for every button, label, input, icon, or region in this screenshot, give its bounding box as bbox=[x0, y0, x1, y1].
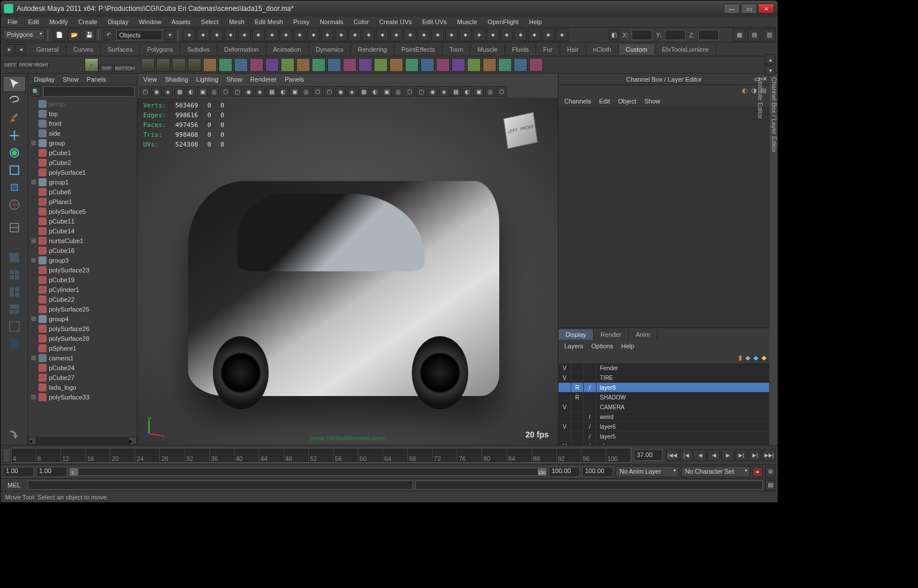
outliner-item[interactable]: pCube14 bbox=[28, 226, 137, 236]
manip-tool[interactable] bbox=[3, 179, 26, 195]
outliner-item[interactable]: pCube1 bbox=[28, 148, 137, 157]
shelf-tool-15-icon[interactable] bbox=[436, 58, 450, 72]
expand-icon[interactable]: ⊞ bbox=[30, 139, 36, 147]
outliner-item[interactable]: pCylinder1 bbox=[28, 285, 137, 294]
outliner-item[interactable]: front bbox=[28, 118, 137, 128]
shelf-tab-polygons[interactable]: Polygons bbox=[140, 44, 180, 55]
outliner-item[interactable]: pCube19 bbox=[28, 275, 137, 285]
outliner-item[interactable]: pCube2 bbox=[28, 157, 137, 167]
vp-tool-7-icon[interactable]: ⬡ bbox=[220, 86, 231, 97]
z-field[interactable] bbox=[698, 30, 719, 40]
shelf-ft-icon[interactable] bbox=[172, 58, 186, 72]
outliner-item[interactable]: polySurface23 bbox=[28, 265, 137, 275]
vp-menu-panels[interactable]: Panels bbox=[281, 75, 308, 84]
last-tool[interactable] bbox=[3, 220, 26, 236]
layer-row[interactable]: R/layer8 bbox=[559, 383, 770, 393]
vp-tool-30-icon[interactable]: ◎ bbox=[485, 86, 495, 97]
vp-tool-9-icon[interactable]: ◉ bbox=[243, 86, 254, 97]
vp-tool-25-icon[interactable]: ◉ bbox=[427, 86, 438, 97]
shelf-bottom-button[interactable]: BOTTOM bbox=[114, 65, 133, 72]
shelf-right-button[interactable]: RIGHT bbox=[34, 62, 49, 68]
shelf-tab-deformation[interactable]: Deformation bbox=[217, 44, 266, 55]
shelf-des-icon[interactable] bbox=[141, 58, 155, 72]
shelf-tab-ncloth[interactable]: nCloth bbox=[586, 44, 619, 55]
shelf-tool-4-icon[interactable] bbox=[265, 58, 279, 72]
sel-comp-icon[interactable]: ◆ bbox=[211, 29, 223, 41]
shelf-top-button[interactable]: TOP bbox=[100, 65, 113, 72]
grid-a-icon[interactable]: ◆ bbox=[459, 29, 472, 41]
shelf-tab-surfaces[interactable]: Surfaces bbox=[101, 44, 140, 55]
vp-tool-19-icon[interactable]: ▦ bbox=[358, 86, 369, 97]
shelf-tab-general[interactable]: General bbox=[29, 44, 66, 55]
cam-a-icon[interactable]: ◆ bbox=[514, 29, 527, 41]
menu-assets[interactable]: Assets bbox=[167, 17, 195, 26]
lasso-tool[interactable] bbox=[3, 93, 26, 109]
select-menu-icon[interactable]: ▾ bbox=[165, 30, 175, 40]
snap-plane-icon[interactable]: ◆ bbox=[266, 29, 278, 41]
vp-tool-21-icon[interactable]: ▣ bbox=[381, 86, 392, 97]
layer-name-cell[interactable]: TIRE bbox=[596, 373, 770, 382]
history-icon[interactable]: ◆ bbox=[293, 29, 306, 41]
menu-createuvs[interactable]: Create UVs bbox=[374, 17, 416, 26]
sel-hier-icon[interactable]: ◆ bbox=[183, 29, 196, 41]
outliner-search-field[interactable] bbox=[43, 86, 135, 97]
outliner-item[interactable]: polySurface26 bbox=[28, 324, 137, 333]
vp-tool-31-icon[interactable]: ⬡ bbox=[496, 86, 507, 97]
shelf-tab-hair[interactable]: Hair bbox=[560, 44, 586, 55]
shelf-his-icon[interactable] bbox=[156, 58, 170, 72]
vp-menu-lighting[interactable]: Lighting bbox=[193, 75, 222, 84]
menu-color[interactable]: Color bbox=[349, 17, 373, 26]
snap-grid-icon[interactable]: ◆ bbox=[224, 29, 237, 41]
expand-icon[interactable]: ⊞ bbox=[30, 178, 36, 186]
select-tool[interactable] bbox=[3, 76, 26, 92]
shelf-tab-curves[interactable]: Curves bbox=[66, 44, 101, 55]
shelf-tool-13-icon[interactable] bbox=[405, 58, 419, 72]
layers-menu-options[interactable]: Options bbox=[588, 341, 617, 351]
outliner-item[interactable]: polySurface5 bbox=[28, 206, 137, 216]
layer-row[interactable]: V/layer6 bbox=[559, 422, 770, 432]
layer-name-cell[interactable]: layer8 bbox=[596, 383, 770, 392]
shelf-tool-18-icon[interactable] bbox=[483, 58, 496, 72]
outliner-menu-panels[interactable]: Panels bbox=[83, 75, 110, 84]
vp-tool-24-icon[interactable]: ▢ bbox=[416, 86, 426, 97]
vp-tool-12-icon[interactable]: ◐ bbox=[278, 86, 288, 97]
shelf-tool-2-icon[interactable] bbox=[234, 58, 248, 72]
scroll-left-icon[interactable]: ◂ bbox=[28, 437, 36, 445]
play-back-button[interactable]: ◀ bbox=[707, 449, 720, 461]
menu-muscle[interactable]: Muscle bbox=[453, 17, 482, 26]
snap-curve-icon[interactable]: ◆ bbox=[238, 29, 251, 41]
outliner-item[interactable]: pSphere1 bbox=[28, 343, 137, 353]
outliner-item[interactable]: ⊞group3 bbox=[28, 255, 137, 265]
selection-field[interactable]: Objects bbox=[116, 30, 162, 40]
vp-tool-27-icon[interactable]: ▦ bbox=[450, 86, 461, 97]
layer-row[interactable]: RSHADOW bbox=[559, 393, 770, 402]
shelf-tab-rendering[interactable]: Rendering bbox=[351, 44, 395, 55]
shelf-tool-3-icon[interactable] bbox=[250, 58, 263, 72]
vp-menu-show[interactable]: Show bbox=[223, 75, 246, 84]
outliner-item[interactable]: pCube22 bbox=[28, 294, 137, 304]
layer-row[interactable]: /layer5 bbox=[559, 432, 770, 441]
outliner-item[interactable]: ⊞camera1 bbox=[28, 353, 137, 363]
vp-menu-shading[interactable]: Shading bbox=[162, 75, 192, 84]
layer-tab-display[interactable]: Display bbox=[559, 329, 594, 340]
outliner-item[interactable]: pCube11 bbox=[28, 216, 137, 226]
play-b-icon[interactable]: ◆ bbox=[556, 29, 568, 41]
box-a-icon[interactable]: ◆ bbox=[487, 29, 499, 41]
menu-help[interactable]: Help bbox=[524, 17, 546, 26]
vp-tool-14-icon[interactable]: ◎ bbox=[301, 86, 311, 97]
vp-tool-13-icon[interactable]: ▣ bbox=[289, 86, 300, 97]
prefs-icon[interactable]: ⚙ bbox=[765, 467, 775, 477]
menu-create[interactable]: Create bbox=[74, 17, 102, 26]
layer-vis-cell[interactable] bbox=[559, 393, 571, 402]
menu-normals[interactable]: Normals bbox=[315, 17, 348, 26]
layer-row[interactable]: /weird bbox=[559, 412, 770, 422]
vp-menu-view[interactable]: View bbox=[140, 75, 160, 84]
layer-row[interactable]: VTIRE bbox=[559, 373, 770, 383]
panel-dock-icon[interactable]: ▭ bbox=[754, 75, 760, 83]
outliner-scrollbar[interactable]: ◂ ▸ bbox=[28, 437, 137, 445]
render-a-icon[interactable]: ◆ bbox=[321, 29, 334, 41]
outliner-item[interactable]: pCube24 bbox=[28, 363, 137, 372]
layer-c3-cell[interactable] bbox=[584, 402, 596, 412]
range-start-out[interactable]: 1.00 bbox=[3, 467, 34, 477]
cb-menu-channels[interactable]: Channels bbox=[561, 97, 594, 106]
